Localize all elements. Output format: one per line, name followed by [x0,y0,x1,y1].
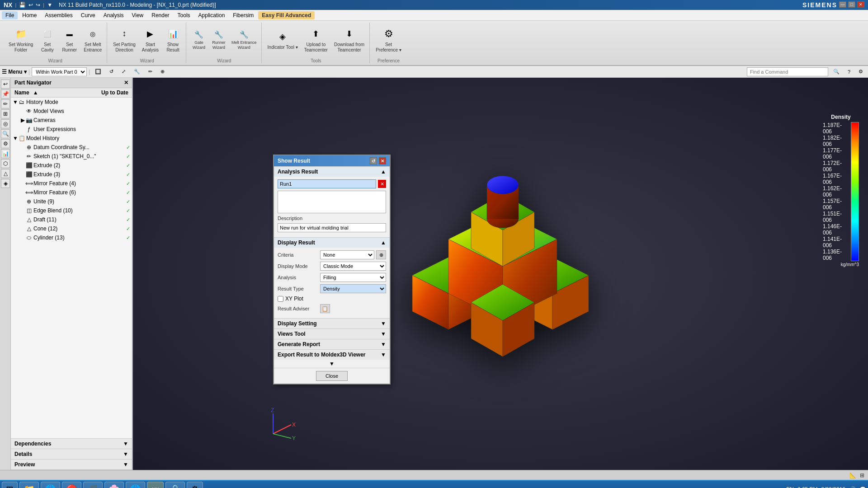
menu-item-assemblies[interactable]: Assemblies [41,11,76,19]
ribbon-btn-melt-entrance-wizard[interactable]: 🔧 Melt EntranceWizard [230,28,259,51]
dialog-close-btn-x[interactable]: ✕ [379,157,386,164]
left-tool-1[interactable]: ↩ [1,80,10,89]
ribbon-btn-show-result[interactable]: 📊 ShowResult [163,25,183,54]
ribbon-btn-set-working-folder[interactable]: 📁 Set WorkingFolder [6,25,35,54]
tree-item-cylinder-13[interactable]: ⬭ Cylinder (13) ✓ [11,233,132,242]
xy-plot-checkbox[interactable] [278,296,283,302]
toolbar-icon-3[interactable]: ⤢ [118,67,129,76]
part-navigator-close[interactable]: ✕ [124,80,128,86]
tree-item-extrude-2[interactable]: ⬛ Extrude (2) ✓ [11,161,132,170]
criteria-select[interactable]: None [320,250,374,259]
ribbon-btn-gate-wizard[interactable]: 🔧 GateWizard [190,28,208,51]
tree-item-datum-coord[interactable]: ⊕ Datum Coordinate Sy... ✓ [11,143,132,152]
find-command-icon[interactable]: 🔍 [830,67,843,76]
toolbar-icon-4[interactable]: 🔧 [131,67,143,76]
tree-item-extrude-3[interactable]: ⬛ Extrude (3) ✓ [11,170,132,179]
dialog-title-bar[interactable]: Show Result ↺ ✕ [274,155,390,166]
analysis-select[interactable]: Filling [320,273,386,282]
run-input[interactable] [278,179,376,188]
ribbon-btn-set-melt-entrance[interactable]: ◎ Set MeltEntrance [81,25,104,54]
toolbar-icon-1[interactable]: 🔲 [92,67,104,76]
menu-item-analysis[interactable]: Analysis [100,11,127,19]
dialog-close-button[interactable]: Close [316,371,348,381]
ribbon-btn-set-cavity[interactable]: ⬜ SetCavity [37,25,57,54]
taskbar-acrobat[interactable]: 🔴 [62,482,81,488]
dialog-restore-btn[interactable]: ↺ [370,157,377,164]
left-tool-4[interactable]: ⊞ [1,109,10,118]
preview-header[interactable]: Preview ▼ [11,460,132,469]
win-close[interactable]: ✕ [857,1,864,8]
menu-item-render[interactable]: Render [148,11,173,19]
taskbar-folder[interactable]: 📁 [19,482,39,488]
quick-access-save[interactable]: 💾 [19,2,26,8]
tree-item-mirror-6[interactable]: ⟺ Mirror Feature (6) ✓ [11,188,132,197]
ribbon-btn-set-runner[interactable]: ▬ SetRunner [59,25,80,54]
quick-access-more[interactable]: ▼ [47,2,52,8]
left-tool-7[interactable]: ⚙ [1,139,10,148]
tree-item-mirror-4[interactable]: ⟺ Mirror Feature (4) ✓ [11,179,132,188]
ribbon-btn-set-preference[interactable]: ⚙ SetPreference ▾ [373,25,404,54]
ribbon-btn-start-analysis[interactable]: ▶ StartAnalysis [140,25,161,54]
left-tool-5[interactable]: ◎ [1,119,10,128]
win-minimize[interactable]: — [839,1,846,8]
toolbar-icon-5[interactable]: ✏ [145,67,156,76]
menu-item-curve[interactable]: Curve [77,11,99,19]
description-textarea[interactable] [278,191,386,213]
tree-item-user-expressions[interactable]: ƒ User Expressions [11,125,132,134]
taskbar-vol-icon[interactable]: 🔊 [849,486,856,488]
left-tool-2[interactable]: 📌 [1,89,10,99]
toolbar-icon-6[interactable]: ⊕ [157,67,168,76]
criteria-pick-btn[interactable]: ⊕ [376,250,386,259]
display-mode-select[interactable]: Classic Mode [320,262,386,271]
result-type-select[interactable]: Density [320,284,386,293]
left-tool-9[interactable]: ⬡ [1,159,10,168]
menu-item-file[interactable]: File [2,11,18,19]
taskbar-notif[interactable]: 💬 [859,486,866,488]
views-tool-section-header[interactable]: Views Tool ▼ [274,328,390,339]
taskbar-app1[interactable]: 🌸 [104,482,124,488]
tree-item-edge-blend-10[interactable]: ◫ Edge Blend (10) ✓ [11,206,132,215]
run-clear-btn[interactable]: ✕ [378,180,386,188]
toolbar-help[interactable]: ? [844,68,854,76]
ribbon-btn-upload-teamcenter[interactable]: ⬆ Upload toTeamcenter [302,25,330,54]
export-result-section-header[interactable]: Export Result to Moldex3D Viewer ▼ [274,349,390,360]
tree-item-sketch-1[interactable]: ✏ Sketch (1) "SKETCH_0..." ✓ [11,152,132,161]
left-tool-6[interactable]: 🔍 [1,129,10,138]
quick-access-redo[interactable]: ↪ [36,2,40,8]
dependencies-header[interactable]: Dependencies ▼ [11,439,132,449]
taskbar-start[interactable]: ⊞ [2,482,18,488]
display-setting-section-header[interactable]: Display Setting ▼ [274,318,390,328]
taskbar-media[interactable]: 🎵 [83,482,103,488]
taskbar-browser[interactable]: 🌐 [41,482,60,488]
result-adviser-btn[interactable]: 📋 [320,304,330,313]
left-tool-10[interactable]: △ [1,169,10,178]
tree-item-model-history[interactable]: ▼ 📋 Model History [11,134,132,143]
tree-item-draft-11[interactable]: △ Draft (11) ✓ [11,215,132,224]
menu-item-view[interactable]: View [128,11,147,19]
toolbar-menu-btn[interactable]: ☰ Menu ▾ [2,69,27,75]
tree-sort-icon[interactable]: ▲ [33,89,38,96]
dialog-expand-arrow[interactable]: ▼ [329,361,335,367]
menu-item-application[interactable]: Application [195,11,229,19]
ribbon-btn-runner-wizard[interactable]: 🔧 RunnerWizard [210,28,228,51]
menu-item-tools[interactable]: Tools [174,11,194,19]
description-input[interactable] [278,223,386,232]
taskbar-app2[interactable]: 🌐 [126,482,145,488]
generate-report-section-header[interactable]: Generate Report ▼ [274,339,390,349]
tree-item-unite-9[interactable]: ⊕ Unite (9) ✓ [11,197,132,206]
details-header[interactable]: Details ▼ [11,449,132,459]
tree-item-cameras[interactable]: ▶ 📷 Cameras [11,116,132,125]
tree-item-model-views[interactable]: 👁 Model Views [11,107,132,116]
toolbar-icon-2[interactable]: ↺ [106,67,117,76]
analysis-result-section-header[interactable]: Analysis Result ▲ [274,166,390,177]
taskbar-security[interactable]: 🔒 [165,482,185,488]
menu-item-home[interactable]: Home [19,11,40,19]
left-tool-8[interactable]: 📊 [1,149,10,158]
left-tool-11[interactable]: ◈ [1,179,10,188]
toolbar-settings[interactable]: ⚙ [855,67,866,76]
taskbar-app3[interactable]: ⚙ [187,482,203,488]
work-part-select[interactable]: Within Work Part 0 [32,67,87,76]
canvas-area[interactable]: Density 1.187E-006 1.182E-006 1.177E-006… [133,78,868,470]
tree-item-cone-12[interactable]: △ Cone (12) ✓ [11,224,132,233]
find-command-input[interactable] [747,67,828,76]
